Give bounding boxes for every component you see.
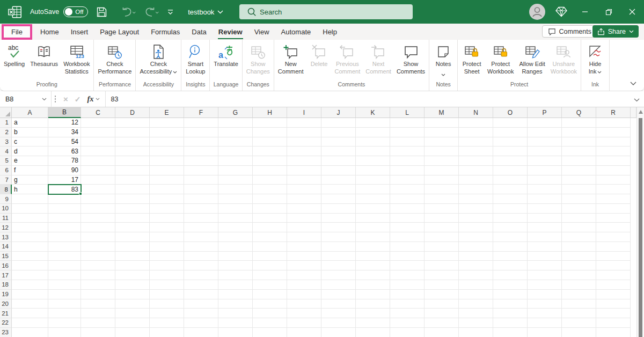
cell-D15[interactable] [115,252,150,261]
cell-O18[interactable] [493,280,528,290]
cell-E23[interactable] [150,328,184,337]
cell-E9[interactable] [150,194,184,204]
cell-K23[interactable] [356,328,390,337]
cell-N13[interactable] [459,232,493,242]
cell-K19[interactable] [356,290,390,299]
cell-N3[interactable] [459,137,493,147]
cell-E12[interactable] [150,223,184,232]
cell-P2[interactable] [528,128,562,137]
cell-A20[interactable] [12,299,48,309]
cell-N4[interactable] [459,146,493,156]
cell-L12[interactable] [390,223,425,232]
cell-F5[interactable] [184,156,218,166]
cell-P18[interactable] [528,280,562,290]
column-header-N[interactable]: N [459,107,493,118]
cell-Q21[interactable] [562,309,596,318]
cell-M8[interactable] [425,185,459,194]
cell-O19[interactable] [493,290,528,299]
row-header-22[interactable]: 22 [0,318,12,328]
cell-E5[interactable] [150,156,184,166]
cell-P11[interactable] [528,214,562,223]
cell-P22[interactable] [528,318,562,328]
cell-Q1[interactable] [562,118,596,128]
cell-G7[interactable] [218,175,253,185]
cell-K11[interactable] [356,214,390,223]
tab-data[interactable]: Data [186,24,212,40]
cell-R2[interactable] [596,128,631,137]
cell-K4[interactable] [356,146,390,156]
column-header-E[interactable]: E [150,107,184,118]
cell-B9[interactable] [48,194,81,204]
cell-L20[interactable] [390,299,425,309]
cell-N19[interactable] [459,290,493,299]
cell-M17[interactable] [425,270,459,280]
cell-L7[interactable] [390,175,425,185]
cell-E6[interactable] [150,166,184,175]
cell-E3[interactable] [150,137,184,147]
cell-N15[interactable] [459,252,493,261]
cell-C12[interactable] [81,223,115,232]
cell-A12[interactable] [12,223,48,232]
cell-O14[interactable] [493,242,528,252]
cell-L8[interactable] [390,185,425,194]
cell-I18[interactable] [287,280,321,290]
cell-J2[interactable] [321,128,356,137]
translate-button[interactable]: aTranslate [211,42,240,69]
tab-page-layout[interactable]: Page Layout [94,24,145,40]
cell-K6[interactable] [356,166,390,175]
cell-D19[interactable] [115,290,150,299]
cell-C9[interactable] [81,194,115,204]
cell-C7[interactable] [81,175,115,185]
cell-F10[interactable] [184,204,218,214]
cell-D14[interactable] [115,242,150,252]
cell-B4[interactable]: 63 [48,146,81,156]
workbook-statistics-button[interactable]: 123WorkbookStatistics [61,42,92,76]
cell-A8[interactable]: h [12,185,48,194]
cell-K13[interactable] [356,232,390,242]
cell-A5[interactable]: e [12,156,48,166]
cell-A14[interactable] [12,242,48,252]
cell-A16[interactable] [12,261,48,270]
cell-Q13[interactable] [562,232,596,242]
cell-K15[interactable] [356,252,390,261]
cell-E8[interactable] [150,185,184,194]
cell-P19[interactable] [528,290,562,299]
cell-J20[interactable] [321,299,356,309]
cell-G23[interactable] [218,328,253,337]
cell-O6[interactable] [493,166,528,175]
cell-I4[interactable] [287,146,321,156]
cell-F12[interactable] [184,223,218,232]
cell-K7[interactable] [356,175,390,185]
row-header-7[interactable]: 7 [0,175,12,185]
cell-J21[interactable] [321,309,356,318]
cell-E17[interactable] [150,270,184,280]
ribbon-collapse-chevron[interactable] [630,78,636,334]
cell-J16[interactable] [321,261,356,270]
cell-B11[interactable] [48,214,81,223]
check-accessibility-button[interactable]: CheckAccessibility [137,42,180,76]
cell-A21[interactable] [12,309,48,318]
fill-handle[interactable] [79,192,82,195]
cell-J19[interactable] [321,290,356,299]
cell-G4[interactable] [218,146,253,156]
cell-J4[interactable] [321,146,356,156]
cell-C20[interactable] [81,299,115,309]
cell-R16[interactable] [596,261,631,270]
cell-L23[interactable] [390,328,425,337]
cell-N21[interactable] [459,309,493,318]
column-header-O[interactable]: O [493,107,528,118]
cell-C21[interactable] [81,309,115,318]
cell-G17[interactable] [218,270,253,280]
cell-Q14[interactable] [562,242,596,252]
cell-E16[interactable] [150,261,184,270]
cell-A2[interactable]: b [12,128,48,137]
cell-Q22[interactable] [562,318,596,328]
cell-O22[interactable] [493,318,528,328]
row-header-21[interactable]: 21 [0,309,12,318]
cell-M5[interactable] [425,156,459,166]
select-all-button[interactable] [0,107,12,118]
cell-O8[interactable] [493,185,528,194]
cell-D16[interactable] [115,261,150,270]
cell-P12[interactable] [528,223,562,232]
cell-M6[interactable] [425,166,459,175]
